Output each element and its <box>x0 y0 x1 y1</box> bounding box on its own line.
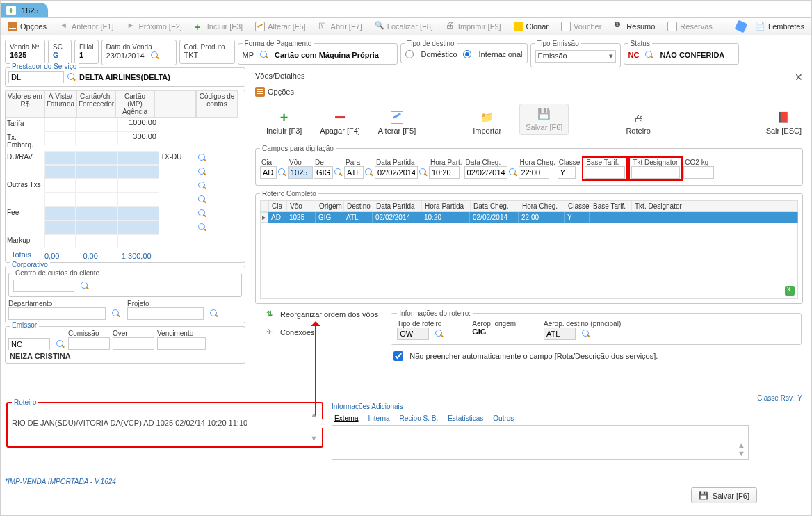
anterior-button[interactable]: Anterior [F1] <box>56 20 117 33</box>
search-icon[interactable] <box>197 195 207 204</box>
search-icon[interactable] <box>209 309 219 319</box>
comissao-input[interactable] <box>68 337 110 350</box>
co2-input[interactable] <box>683 166 714 179</box>
tab-recibo[interactable]: Recibo S. B. <box>400 414 439 422</box>
search-icon[interactable] <box>508 168 518 177</box>
search-icon[interactable] <box>197 209 207 218</box>
tipo-emissao-select[interactable]: Emissão <box>535 50 616 63</box>
hora-partida-input[interactable] <box>429 166 460 179</box>
over-input[interactable] <box>113 337 154 350</box>
info-adic-textarea[interactable]: ▲▼ <box>332 425 749 460</box>
search-icon[interactable] <box>259 50 269 60</box>
tab-externa[interactable]: Externa <box>334 414 358 422</box>
clonar-button[interactable]: Clonar <box>511 20 551 33</box>
expand-icon[interactable]: ··· <box>318 419 327 428</box>
radio-internacional[interactable] <box>463 50 471 58</box>
projeto-input[interactable] <box>127 307 204 320</box>
base-tarif-input[interactable] <box>585 166 625 179</box>
search-icon[interactable] <box>435 329 444 339</box>
tab-interna[interactable]: Interna <box>368 414 389 422</box>
tkt-designator-input[interactable] <box>631 166 680 179</box>
search-icon[interactable] <box>581 329 591 339</box>
tipo-roteiro-input[interactable] <box>397 328 429 340</box>
abrir-button[interactable]: Abrir [F7] <box>316 20 365 33</box>
search-icon[interactable] <box>364 168 374 177</box>
search-icon[interactable] <box>197 181 207 191</box>
search-icon[interactable] <box>277 168 287 177</box>
para-input[interactable] <box>344 166 364 179</box>
campos-digitacao: Campos para digitação Cia Vôo De Para Da… <box>255 145 803 186</box>
excel-icon[interactable] <box>785 286 795 296</box>
corporativo-section: Corporativo Centro de custos do cliente … <box>5 266 245 323</box>
roteiro-row[interactable]: AD 1025 GIG ATL 02/02/2014 10:20 02/02/2… <box>268 212 798 223</box>
search-icon[interactable] <box>56 339 65 349</box>
lembretes-button[interactable]: Lembretes <box>753 20 807 33</box>
info-roteiro: Informações do roteiro: Tipo de roteiro … <box>391 309 802 345</box>
salvar-button[interactable]: Salvar [F6] <box>691 487 757 503</box>
venda-field: Venda Nº 1625 <box>5 40 45 64</box>
search-icon[interactable] <box>150 51 160 61</box>
close-icon[interactable]: ✕ <box>795 72 803 83</box>
classe-rsv-label: Classe Rsv.: Y <box>755 394 804 402</box>
centro-custos-input[interactable] <box>13 280 74 292</box>
cia-input[interactable] <box>260 166 277 179</box>
localizar-button[interactable]: Localizar [F8] <box>372 20 436 33</box>
voo-alterar-button[interactable]: Alterar [F5] <box>378 111 416 135</box>
data-venda-field: Data da Venda 23/01/2014 <box>102 40 177 65</box>
provider-name: DELTA AIRLINES(DELTA) <box>79 73 170 81</box>
roteiro-text: RIO DE JAN(SDU)/VITORIA DA(VCP) AD 1025 … <box>12 419 318 427</box>
key-icon <box>318 22 328 31</box>
emissor-code-input[interactable] <box>8 338 50 350</box>
hora-cheg-input[interactable] <box>519 166 549 179</box>
edit-icon <box>255 22 265 31</box>
proximo-button[interactable]: Próximo [F2] <box>123 20 184 33</box>
voo-input[interactable] <box>288 166 313 179</box>
de-input[interactable] <box>314 166 333 179</box>
arrow-left-icon <box>59 22 69 31</box>
search-icon[interactable] <box>80 281 90 291</box>
voo-salvar-button[interactable]: Salvar [F6] <box>519 104 569 135</box>
vencimento-input[interactable] <box>157 337 206 350</box>
departamento-input[interactable] <box>8 307 106 320</box>
voo-incluir-button[interactable]: +Incluir [F3] <box>266 111 302 135</box>
provider-code-input[interactable] <box>8 71 64 83</box>
status-field: Status NCNÃO CONFERIDA <box>624 40 739 65</box>
search-icon[interactable] <box>197 167 207 177</box>
conexoes-button[interactable]: Conexões <box>266 328 378 337</box>
search-icon[interactable] <box>67 72 76 82</box>
voo-roteiro-button[interactable]: Roteiro <box>626 111 650 135</box>
voo-sair-button[interactable]: Sair [ESC] <box>766 111 802 135</box>
data-partida-input[interactable] <box>375 166 418 179</box>
aerop-destino-input[interactable] <box>544 328 576 340</box>
radio-domestico[interactable] <box>405 50 414 58</box>
alterar-button[interactable]: Alterar [F5] <box>252 20 308 33</box>
search-icon[interactable] <box>334 168 343 177</box>
resumo-button[interactable]: Resumo <box>611 20 658 33</box>
voos-opcoes-button[interactable]: Opções <box>268 88 294 96</box>
tag-icon[interactable] <box>735 20 748 33</box>
sc-field: SC G <box>48 40 72 64</box>
reservas-button[interactable]: Reservas <box>665 20 715 33</box>
voucher-button[interactable]: Voucher <box>558 20 604 33</box>
voo-importar-button[interactable]: Importar <box>473 111 501 135</box>
nao-preencher-checkbox[interactable] <box>393 351 403 361</box>
search-icon[interactable] <box>197 223 207 232</box>
tab-estatisticas[interactable]: Estatísticas <box>448 414 483 422</box>
reorganizar-button[interactable]: Reorganizar ordem dos vôos <box>266 309 378 319</box>
tab-outros[interactable]: Outros <box>493 414 514 422</box>
scroll-down-icon[interactable]: ▼ <box>310 434 318 442</box>
opcoes-button[interactable]: Opções <box>5 20 49 33</box>
search-icon[interactable] <box>644 50 654 60</box>
tipo-destino-field: Tipo de destino Doméstico Internacional <box>400 40 528 63</box>
row-indicator: ▸ <box>260 212 268 223</box>
search-icon[interactable] <box>419 168 428 177</box>
search-icon[interactable] <box>197 153 207 163</box>
search-icon[interactable] <box>111 309 121 319</box>
classe-input[interactable] <box>558 166 576 179</box>
incluir-button[interactable]: Incluir [F3] <box>192 20 245 33</box>
imprimir-button[interactable]: Imprimir [F9] <box>443 20 504 33</box>
voo-apagar-button[interactable]: −Apagar [F4] <box>320 111 359 135</box>
scroll-up-icon[interactable]: ▲ <box>310 410 318 419</box>
data-cheg-input[interactable] <box>464 166 508 179</box>
document-tab[interactable]: + 1625 <box>1 3 48 17</box>
